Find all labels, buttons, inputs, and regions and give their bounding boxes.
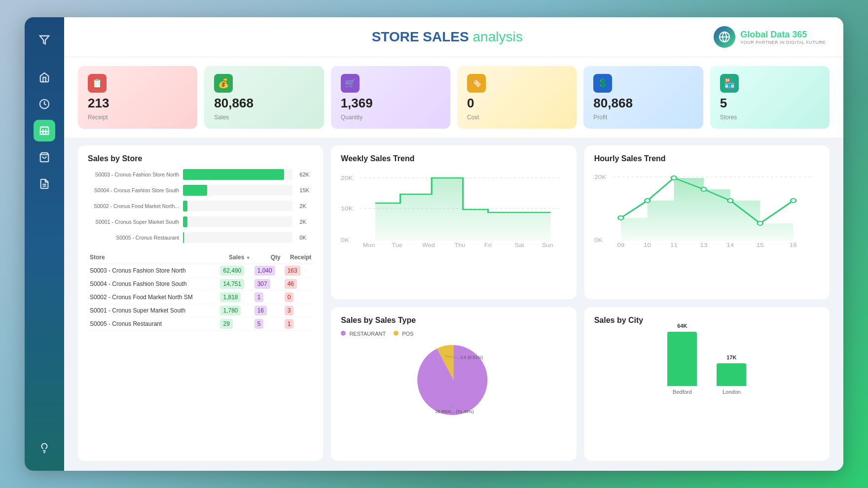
cell-qty: 1,040 [253,264,283,278]
svg-text:16: 16 [790,243,797,248]
bar-label: S0005 - Cronus Restaurant [88,235,179,241]
bar-value: 62K [299,172,313,177]
sidebar-icon-bulb[interactable] [34,437,55,459]
sales-by-store-title: Sales by Store [88,154,313,163]
header: STORE SALES analysis Global Data 365 YOU… [64,17,843,57]
bar-track [183,185,292,196]
cell-receipt: 163 [283,264,314,278]
brand-logo: Global Data 365 YOUR PARTNER IN DIGITAL … [714,26,826,48]
city-bar-fill-bedford [667,332,697,386]
bar-row: S0003 - Cronus Fashion Store North 62K [88,169,313,180]
bar-chart: S0003 - Cronus Fashion Store North 62K S… [88,169,313,243]
svg-point-28 [701,187,706,191]
svg-text:14: 14 [726,243,734,248]
svg-text:20K: 20K [341,175,354,181]
sidebar-icon-home[interactable] [34,67,55,88]
bar-row: S0001 - Cronus Super Market South 2K [88,216,313,227]
kpi-value-quantity: 1,369 [341,96,373,111]
kpi-icon-quantity: 🛒 [341,74,360,93]
kpi-label-quantity: Quantity [341,114,363,121]
svg-point-27 [671,176,677,180]
kpi-label-profit: Profit [593,114,607,121]
card-hourly-trend: Hourly Sales Trend 20K 0K [584,145,830,299]
svg-marker-24 [620,178,793,241]
svg-text:11: 11 [670,243,678,248]
legend-restaurant: RESTAURANT [341,331,386,337]
kpi-label-stores: Stores [720,114,737,121]
kpi-icon-stores: 🏪 [720,74,739,93]
cell-sales: 1,818 [218,291,252,304]
cell-qty: 5 [253,317,283,331]
bar-fill [183,201,187,211]
sales-city-title: Sales by City [594,316,820,325]
cell-sales: 29 [218,317,252,331]
kpi-icon-profit: 💲 [593,74,612,93]
brand-icon [714,26,735,48]
hourly-trend-title: Hourly Sales Trend [594,154,820,163]
table-row: S0004 - Cronus Fashion Store South 14,75… [88,278,313,291]
main-content: STORE SALES analysis Global Data 365 YOU… [64,17,843,471]
bar-fill [183,169,284,180]
legend-pos: POS [394,331,413,337]
svg-text:Fri: Fri [484,243,492,247]
svg-text:Mon: Mon [363,243,375,247]
svg-text:Thu: Thu [455,243,466,247]
svg-marker-0 [40,36,49,44]
city-chart: 64K Bedford 17K London [594,331,820,400]
cell-receipt: 3 [283,304,314,317]
kpi-label-cost: Cost [467,114,479,121]
table-row: S0002 - Cronus Food Market North SM 1,81… [88,291,313,304]
cell-sales: 14,751 [218,278,252,291]
city-bar-london: 17K London [717,354,746,395]
kpi-value-profit: 80,868 [593,96,633,111]
sidebar-icon-bag[interactable] [34,146,55,168]
cell-receipt: 1 [283,317,314,331]
bar-track [183,201,292,211]
sidebar-icon-store[interactable] [34,120,55,141]
sidebar-icon-docs[interactable] [34,173,55,195]
kpi-label-receipt: Receipt [88,114,108,121]
bar-track [183,232,292,243]
col-qty: Qty [253,251,283,264]
bar-row: S0004 - Cronus Fashion Store South 15K [88,185,313,196]
svg-text:26.8800... (91.49%): 26.8800... (91.49%) [435,409,474,414]
bar-value: 2K [299,219,313,225]
svg-text:0K: 0K [341,237,350,243]
svg-text:10K: 10K [341,206,354,211]
svg-text:Sun: Sun [542,243,553,247]
kpi-card-sales: 💰 80,868 Sales [204,66,324,129]
svg-point-30 [758,221,763,225]
cell-receipt: 0 [283,291,314,304]
bar-label: S0001 - Cronus Super Market South [88,219,179,225]
store-table: Store Sales ▼ Qty Receipt S0003 - Cronus… [88,251,313,331]
svg-point-29 [727,199,733,203]
hourly-trend-chart: 20K 0K [594,169,820,250]
bar-value: 15K [299,187,313,193]
sidebar-icon-filter[interactable] [34,29,55,51]
sales-type-title: Sales by Sales Type [341,316,566,325]
cell-sales: 62,490 [218,264,252,278]
card-weekly-trend: Weekly Sales Trend 20K 10K [331,145,576,299]
cell-store: S0003 - Cronus Fashion Store North [88,264,218,278]
kpi-card-quantity: 🛒 1,369 Quantity [331,66,450,129]
dashboard-grid: Sales by Store S0003 - Cronus Fashion St… [64,138,843,471]
kpi-value-sales: 80,868 [214,96,253,111]
col-sales[interactable]: Sales ▼ [218,251,252,264]
kpi-card-profit: 💲 80,868 Profit [583,66,703,129]
svg-point-31 [791,199,796,203]
cell-receipt: 46 [283,278,314,291]
bar-label: S0003 - Cronus Fashion Store North [88,172,179,177]
sidebar-icon-dashboard[interactable] [34,93,55,115]
svg-text:10: 10 [644,243,651,248]
city-bar-fill-london [717,363,746,386]
bar-value: 0K [299,235,313,241]
cell-qty: 1 [253,291,283,304]
table-row: S0003 - Cronus Fashion Store North 62,49… [88,264,313,278]
cell-store: S0001 - Cronus Super Market South [88,304,218,317]
cell-store: S0005 - Cronus Restaurant [88,317,218,331]
weekly-trend-svg: 20K 10K 0K Mon Tue Wed T [341,169,566,248]
svg-text:Sat: Sat [515,243,525,247]
sidebar [25,17,64,471]
cell-sales: 1,780 [218,304,252,317]
bar-value: 2K [299,203,313,209]
